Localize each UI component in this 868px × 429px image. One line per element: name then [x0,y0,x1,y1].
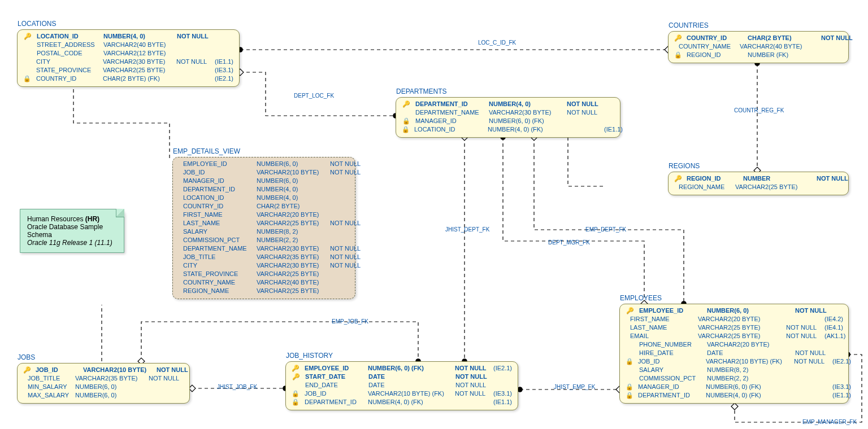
column-row[interactable]: JOB_IDVARCHAR2(10 BYTE)NOT NULL [179,168,349,177]
column-row[interactable]: 🔑JOB_IDVARCHAR2(10 BYTE)NOT NULL [23,366,184,374]
entity-locations[interactable]: LOCATIONS 🔑LOCATION_IDNUMBER(4, 0)NOT NU… [17,29,240,87]
column-nullable: NOT NULL [794,357,828,366]
column-type: CHAR(2 BYTE) [748,34,817,42]
column-name: REGION_NAME [183,287,252,295]
column-row[interactable]: DEPARTMENT_NAMEVARCHAR2(30 BYTE)NOT NULL [402,108,614,117]
column-row[interactable]: SALARYNUMBER(8, 2) [179,227,349,236]
primary-key-icon: 🔑 [674,34,682,42]
entity-jobs[interactable]: JOBS 🔑JOB_IDVARCHAR2(10 BYTE)NOT NULLJOB… [17,363,190,404]
column-nullable [809,183,843,191]
column-row[interactable]: CITYVARCHAR2(30 BYTE)NOT NULL [179,261,349,270]
column-row[interactable]: LAST_NAMEVARCHAR2(25 BYTE)NOT NULL(IE4.1… [626,323,843,332]
column-row[interactable]: POSTAL_CODEVARCHAR2(12 BYTE) [23,49,233,58]
column-row[interactable]: STATE_PROVINCEVARCHAR2(25 BYTE) [179,270,349,278]
entity-emp-details-view[interactable]: EMP_DETAILS_VIEW EMPLOYEE_IDNUMBER(6, 0)… [172,157,355,299]
column-name: LOCATION_ID [183,194,252,202]
primary-key-icon: 🔑 [674,174,682,183]
column-row[interactable]: 🔑COUNTRY_IDCHAR(2 BYTE)NOT NULL [674,34,843,42]
entity-job-history[interactable]: JOB_HISTORY 🔑EMPLOYEE_IDNUMBER(6, 0) (FK… [285,361,518,410]
column-row[interactable]: 🔒COUNTRY_IDCHAR(2 BYTE) (FK)(IE2.1) [23,75,233,83]
column-row[interactable]: STATE_PROVINCEVARCHAR2(25 BYTE)(IE3.1) [23,66,233,75]
column-nullable [330,194,364,202]
column-row[interactable]: DEPARTMENT_IDNUMBER(4, 0) [179,185,349,194]
column-row[interactable]: DEPARTMENT_NAMEVARCHAR2(30 BYTE)NOT NULL [179,244,349,253]
column-row[interactable]: 🔒DEPARTMENT_IDNUMBER(4, 0) (FK)(IE1.1) [626,391,843,400]
column-row[interactable]: STREET_ADDRESSVARCHAR2(40 BYTE) [23,41,233,49]
column-nullable [455,398,489,406]
column-row[interactable]: COUNTRY_IDCHAR(2 BYTE) [179,202,349,211]
column-row[interactable]: HIRE_DATEDATENOT NULL [626,349,843,357]
column-type: VARCHAR2(30 BYTE) [257,261,326,270]
column-name: DEPARTMENT_ID [305,398,363,406]
column-row[interactable]: 🔑EMPLOYEE_IDNUMBER(6, 0) (FK)NOT NULL(IE… [292,364,512,373]
column-row[interactable]: 🔑START_DATEDATENOT NULL [292,373,512,381]
column-row[interactable]: END_DATEDATENOT NULL [292,381,512,389]
column-row[interactable]: MANAGER_IDNUMBER(6, 0) [179,177,349,185]
blank-icon [292,381,301,389]
column-row[interactable]: JOB_TITLEVARCHAR2(35 BYTE)NOT NULL [179,253,349,261]
entity-regions[interactable]: REGIONS 🔑REGION_IDNUMBERNOT NULLREGION_N… [668,172,849,195]
column-index: (IE3.1) [832,383,851,391]
entity-departments[interactable]: DEPARTMENTS 🔑DEPARTMENT_IDNUMBER(4, 0)NO… [396,97,620,138]
column-row[interactable]: 🔒REGION_IDNUMBER (FK) [674,51,843,59]
column-name: LAST_NAME [183,219,252,227]
column-row[interactable]: 🔒JOB_IDVARCHAR2(10 BYTE) (FK)NOT NULL(IE… [292,389,512,398]
column-row[interactable]: LOCATION_IDNUMBER(4, 0) [179,194,349,202]
column-row[interactable]: 🔑REGION_IDNUMBERNOT NULL [674,174,843,183]
column-row[interactable]: SALARYNUMBER(8, 2) [626,366,843,374]
column-row[interactable]: LAST_NAMEVARCHAR2(25 BYTE)NOT NULL [179,219,349,227]
column-type: NUMBER(6, 0) [257,160,326,168]
column-row[interactable]: COUNTRY_NAMEVARCHAR2(40 BYTE) [674,42,843,51]
column-row[interactable]: FIRST_NAMEVARCHAR2(20 BYTE) [179,211,349,219]
column-nullable: NOT NULL [795,307,829,315]
column-type: NUMBER(6, 0) (FK) [368,364,450,373]
note-line3: Oracle 11g Release 1 (11.1) [27,239,117,247]
column-row[interactable]: 🔑LOCATION_IDNUMBER(4, 0)NOT NULL [23,32,233,41]
column-row[interactable]: JOB_TITLEVARCHAR2(35 BYTE)NOT NULL [23,374,184,383]
column-nullable: NOT NULL [176,58,210,66]
column-index: (AK1.1) [824,332,845,340]
column-name: LOCATION_ID [414,125,483,134]
column-row[interactable]: COMMISSION_PCTNUMBER(2, 2) [626,374,843,383]
column-name: DEPARTMENT_NAME [415,108,484,117]
column-nullable [330,211,364,219]
column-type: VARCHAR2(20 BYTE) [707,340,791,349]
entity-countries[interactable]: COUNTRIES 🔑COUNTRY_IDCHAR(2 BYTE)NOT NUL… [668,31,849,63]
column-row[interactable]: 🔒MANAGER_IDNUMBER(6, 0) (FK) [402,117,614,125]
rel-label-emp-job-fk: EMP_JOB_FK [332,318,368,325]
column-row[interactable]: MIN_SALARYNUMBER(6, 0) [23,383,184,391]
column-nullable [149,383,183,391]
column-row[interactable]: 🔒MANAGER_IDNUMBER(6, 0) (FK)(IE3.1) [626,383,843,391]
column-row[interactable]: REGION_NAMEVARCHAR2(25 BYTE) [674,183,843,191]
column-name: REGION_ID [687,51,743,59]
column-nullable: NOT NULL [330,244,364,253]
column-type: VARCHAR2(35 BYTE) [75,374,144,383]
column-row[interactable]: EMPLOYEE_IDNUMBER(6, 0)NOT NULL [179,160,349,168]
column-row[interactable]: 🔑EMPLOYEE_IDNUMBER(6, 0)NOT NULL [626,307,843,315]
entity-title: EMP_DETAILS_VIEW [173,147,240,155]
column-row[interactable]: MAX_SALARYNUMBER(6, 0) [23,391,184,400]
entity-employees[interactable]: EMPLOYEES 🔑EMPLOYEE_IDNUMBER(6, 0)NOT NU… [619,304,849,404]
column-type: NUMBER(6, 0) (FK) [706,383,789,391]
column-row[interactable]: COMMISSION_PCTNUMBER(2, 2) [179,236,349,244]
column-name: EMPLOYEE_ID [639,307,702,315]
entity-title: LOCATIONS [18,20,56,28]
column-row[interactable]: REGION_NAMEVARCHAR2(25 BYTE) [179,287,349,295]
column-row[interactable]: 🔒DEPARTMENT_IDNUMBER(4, 0) (FK)(IE1.1) [292,398,512,406]
column-nullable: NOT NULL [157,366,190,374]
column-type: NUMBER [743,174,812,183]
column-row[interactable]: 🔒JOB_IDVARCHAR2(10 BYTE) (FK)NOT NULL(IE… [626,357,843,366]
blank-icon [402,108,411,117]
entity-title: EMPLOYEES [620,294,662,302]
column-row[interactable]: PHONE_NUMBERVARCHAR2(20 BYTE) [626,340,843,349]
column-row[interactable]: EMAILVARCHAR2(25 BYTE)NOT NULL(AK1.1) [626,332,843,340]
column-type: VARCHAR2(30 BYTE) [103,58,172,66]
column-name: DEPARTMENT_ID [183,185,252,194]
foreign-key-icon: 🔒 [626,391,633,400]
column-row[interactable]: CITYVARCHAR2(30 BYTE)NOT NULL(IE1.1) [23,58,233,66]
column-row[interactable]: 🔑DEPARTMENT_IDNUMBER(4, 0)NOT NULL [402,100,614,108]
column-row[interactable]: 🔒LOCATION_IDNUMBER(4, 0) (FK)(IE1.1) [402,125,614,134]
column-row[interactable]: FIRST_NAMEVARCHAR2(20 BYTE)(IE4.2) [626,315,843,323]
column-name: COUNTRY_NAME [679,42,735,51]
column-row[interactable]: COUNTRY_NAMEVARCHAR2(40 BYTE) [179,278,349,287]
